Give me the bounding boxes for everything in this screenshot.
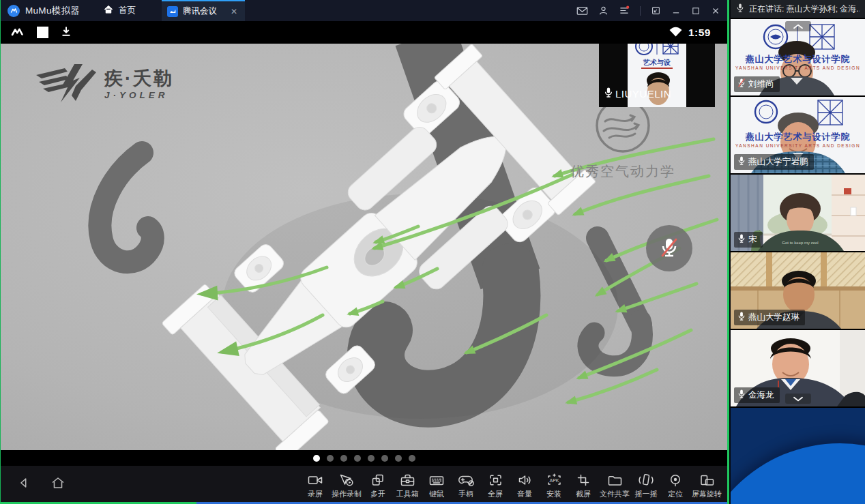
screenshot-icon: [576, 473, 591, 488]
toolbar-item-1[interactable]: 操作录制: [330, 473, 363, 499]
screen: MuMu模拟器 首页 腾讯会议 ✕: [0, 0, 865, 504]
nav-home-button[interactable]: [48, 475, 68, 494]
maximize-icon[interactable]: [691, 6, 701, 16]
toolbox-icon: [400, 473, 415, 488]
participant-tile-0[interactable]: 燕山大学艺术与设计学院 YANSHAN UNIVERSITY ARTS AND …: [731, 19, 865, 95]
small-window-icon[interactable]: [651, 5, 661, 16]
banner-text: 燕山大学艺术与设计学院: [731, 131, 865, 143]
self-video-overlay[interactable]: 艺术与设 LIUYUELIN: [599, 44, 715, 107]
menu-icon[interactable]: [619, 5, 630, 16]
collapse-list-button[interactable]: [785, 21, 811, 31]
home-icon: [103, 4, 114, 18]
fullscreen-icon: [488, 473, 503, 488]
action-record-icon: [338, 473, 355, 488]
mumu-wave-icon: [10, 26, 25, 40]
desktop-wallpaper: [731, 408, 865, 504]
winged-yl-logo-icon: [35, 63, 98, 106]
mail-icon[interactable]: [576, 6, 588, 16]
toolbar-item-label: 工具箱: [396, 489, 419, 499]
speaking-text: 正在讲话: 燕山大学孙利; 金海...: [749, 3, 860, 15]
android-statusbar: 1:59: [1, 21, 727, 44]
pagination-dot-5[interactable]: [381, 455, 388, 462]
file-share-icon: [607, 473, 623, 488]
shake-icon: [638, 473, 654, 488]
slide-pagination: [1, 450, 727, 466]
wallpaper-circle: [731, 443, 865, 504]
toolbar-item-5[interactable]: 手柄: [452, 473, 480, 499]
mic-icon: [737, 155, 746, 168]
tab-close-icon[interactable]: ✕: [229, 5, 239, 18]
close-icon[interactable]: [711, 6, 720, 16]
toolbar-item-10[interactable]: 文件共享: [598, 473, 631, 499]
toolbar-item-label: 定位: [668, 489, 683, 499]
toolbar-item-2[interactable]: 多开: [364, 473, 392, 499]
participant-label: 宋: [734, 232, 763, 248]
toolbar-item-13[interactable]: 屏幕旋转: [690, 473, 723, 499]
participant-name: 燕山大学赵琳: [748, 312, 800, 323]
minimize-icon[interactable]: [671, 6, 681, 16]
toolbar-item-label: 安装: [546, 489, 561, 499]
toolbar-item-11[interactable]: 摇一摇: [632, 473, 660, 499]
participant-tile-2[interactable]: Got to keep my cool 宋: [731, 175, 865, 251]
participant-tile-1[interactable]: 燕山大学艺术与设计学院 YANSHAN UNIVERSITY ARTS AND …: [731, 97, 865, 173]
tab-tencent-meeting[interactable]: 腾讯会议 ✕: [162, 0, 245, 21]
expand-list-button[interactable]: [785, 394, 811, 404]
toolbar-item-label: 屏幕旋转: [692, 489, 722, 499]
participant-tile-3[interactable]: 燕山大学赵琳: [731, 252, 865, 329]
window-border: [727, 0, 729, 504]
toolbar-item-label: 截屏: [576, 489, 591, 499]
toolbar-item-6[interactable]: 全屏: [481, 473, 510, 499]
svg-text:Got to keep my cool: Got to keep my cool: [782, 241, 818, 245]
toolbar-item-label: 摇一摇: [635, 489, 658, 499]
locate-icon: [669, 473, 682, 488]
toolbar-item-12[interactable]: 定位: [661, 473, 690, 499]
tab-label: 腾讯会议: [183, 5, 224, 17]
self-video-name: LIUYUELIN: [615, 88, 671, 100]
participant-label: 燕山大学赵琳: [734, 310, 805, 325]
svg-text:APK: APK: [549, 478, 559, 483]
toolbar-item-8[interactable]: APK 安装: [540, 473, 568, 499]
apk-install-icon: APK: [546, 473, 563, 488]
screen-record-icon: [307, 473, 323, 488]
keyboard-icon: [428, 473, 445, 488]
speaking-indicator-bar: 正在讲话: 燕山大学孙利; 金海...: [731, 0, 865, 18]
aero-badge: 优秀空气动力学: [561, 97, 684, 181]
toolbar-item-7[interactable]: 音量: [510, 473, 539, 499]
banner-subtext: YANSHAN UNIVERSITY ARTS AND DESIGN: [731, 143, 865, 148]
toolbar-item-label: 音量: [517, 489, 532, 499]
meeting-sidebar: 正在讲话: 燕山大学孙利; 金海... 燕山大学艺术与设计学院 YAN: [731, 0, 865, 504]
pagination-dot-0[interactable]: [313, 455, 320, 462]
pagination-dot-6[interactable]: [395, 455, 402, 462]
pagination-dot-7[interactable]: [409, 455, 415, 462]
nav-back-button[interactable]: [14, 475, 33, 494]
titlebar-divider: [640, 6, 641, 16]
toolbar-item-label: 键鼠: [429, 489, 444, 499]
tencent-meeting-icon: [167, 6, 178, 17]
pagination-dot-1[interactable]: [327, 455, 334, 462]
svg-text:艺术与设: 艺术与设: [643, 59, 671, 66]
slide-muted-mic-button[interactable]: [646, 225, 692, 271]
pagination-dot-2[interactable]: [340, 455, 347, 462]
pagination-dot-3[interactable]: [354, 455, 361, 462]
participant-tile-4[interactable]: 金海龙: [731, 330, 865, 406]
user-icon[interactable]: [598, 5, 609, 16]
toolbar-item-0[interactable]: 录屏: [301, 473, 329, 499]
mic-icon: [737, 389, 746, 401]
toolbar-item-4[interactable]: 键鼠: [422, 473, 451, 499]
participant-name: 宋: [748, 234, 757, 246]
download-icon: [60, 25, 72, 40]
self-video-label: LIUYUELIN: [604, 87, 671, 101]
brand-name-cn: 疾·夭勒: [104, 69, 174, 88]
home-tab[interactable]: 首页: [103, 4, 136, 18]
pagination-dot-4[interactable]: [368, 455, 375, 462]
participant-label: 刘维尚: [734, 76, 780, 92]
participant-label: 燕山大学宁岩鹏: [734, 154, 814, 170]
toolbar-item-9[interactable]: 截屏: [569, 473, 598, 499]
mic-icon: [736, 3, 744, 16]
banner-text: 燕山大学艺术与设计学院: [731, 53, 865, 65]
square-notification-icon: [37, 27, 48, 38]
toolbar-item-3[interactable]: 工具箱: [393, 473, 422, 499]
toolbar-item-label: 全屏: [488, 489, 503, 499]
clock: 1:59: [688, 27, 711, 39]
home-icon: [50, 476, 65, 492]
